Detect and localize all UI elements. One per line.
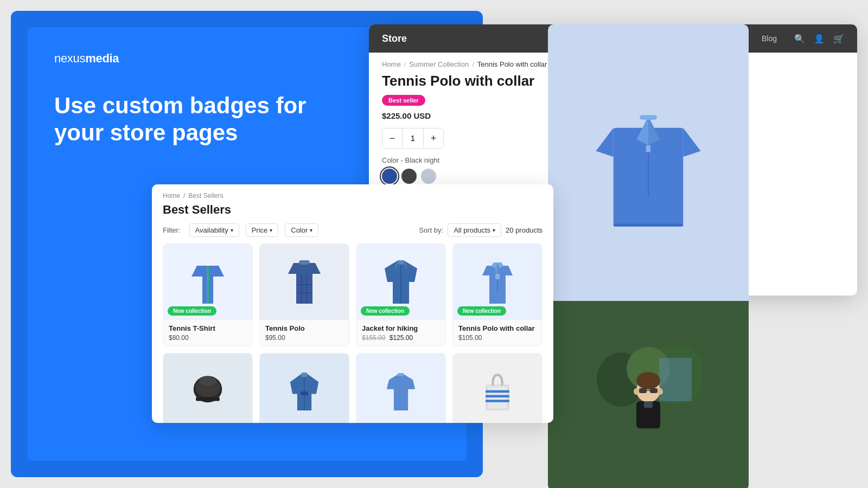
svg-rect-26 bbox=[299, 260, 310, 265]
product-card-7[interactable] bbox=[356, 353, 446, 423]
best-seller-badge: Best seller bbox=[382, 95, 425, 106]
sale-price-3: $125.00 bbox=[390, 334, 413, 342]
card-info-1: Tennis T-Shirt $80.00 bbox=[163, 320, 252, 346]
card-img-7 bbox=[356, 354, 445, 423]
sortby-select[interactable]: All products bbox=[448, 223, 501, 237]
svg-rect-49 bbox=[301, 391, 308, 395]
breadcrumb-sep1: / bbox=[404, 60, 406, 68]
helmet-svg bbox=[189, 373, 227, 410]
svg-rect-44 bbox=[196, 397, 220, 401]
bs-title: Best Sellers bbox=[152, 203, 553, 223]
card-price-3: $155.00 $125.00 bbox=[362, 334, 440, 342]
card-price-4: $105.00 bbox=[458, 334, 537, 342]
product-card-5[interactable] bbox=[163, 353, 253, 423]
bs-breadcrumb-current: Best Sellers bbox=[188, 192, 223, 200]
badge-new-collection-1: New collection bbox=[168, 306, 216, 316]
bs-breadcrumb: Home / Best Sellers bbox=[152, 184, 553, 203]
card-img-6 bbox=[260, 354, 349, 423]
main-headline: Use custom badges for your store pages bbox=[54, 92, 326, 147]
cart-icon[interactable]: 🛒 bbox=[833, 34, 844, 44]
products-grid-row2 bbox=[152, 353, 553, 423]
man-svg bbox=[594, 347, 703, 445]
card-img-3: New collection bbox=[356, 244, 445, 320]
card-name-1: Tennis T-Shirt bbox=[169, 324, 247, 332]
card-img-1: New collection bbox=[163, 244, 252, 320]
svg-rect-13 bbox=[659, 358, 692, 401]
svg-marker-3 bbox=[596, 128, 614, 157]
best-sellers-panel: Home / Best Sellers Best Sellers Filter:… bbox=[152, 184, 553, 423]
product-card-3[interactable]: New collection Jacket for hiking $155.00… bbox=[356, 243, 446, 346]
card-info-3: Jacket for hiking $155.00 $125.00 bbox=[356, 320, 445, 346]
polo-grid-svg bbox=[283, 255, 326, 309]
polo-collar-svg bbox=[476, 255, 519, 309]
swatch-light[interactable] bbox=[421, 169, 436, 184]
svg-point-45 bbox=[199, 376, 216, 386]
qty-increase[interactable]: + bbox=[424, 129, 443, 148]
card-img-2 bbox=[260, 244, 349, 320]
product-card-4[interactable]: New collection Tennis Polo with collar $… bbox=[452, 243, 542, 346]
man-image-panel bbox=[548, 301, 749, 488]
card-name-2: Tennis Polo bbox=[265, 324, 343, 332]
nav-icons: 🔍 👤 🛒 bbox=[794, 34, 844, 44]
brand-name-thin: nexus bbox=[54, 52, 85, 65]
store-logo: Store bbox=[382, 33, 407, 44]
card-name-3: Jacket for hiking bbox=[362, 324, 440, 332]
tshirt2-svg bbox=[382, 370, 420, 413]
swatch-navy[interactable] bbox=[382, 169, 397, 184]
card-img-4: New collection bbox=[453, 244, 542, 320]
brand-logo: nexusmedia bbox=[54, 52, 119, 66]
nav-blog[interactable]: Blog bbox=[762, 34, 777, 43]
right-panel bbox=[548, 24, 749, 488]
tshirt-svg bbox=[186, 255, 229, 309]
card-price-2: $95.00 bbox=[265, 334, 343, 342]
breadcrumb-home[interactable]: Home bbox=[382, 60, 401, 68]
shirt-image-panel bbox=[548, 24, 749, 301]
card-img-5 bbox=[163, 354, 252, 423]
svg-point-22 bbox=[636, 372, 660, 389]
sortby-section: Sort by: All products 20 products bbox=[419, 223, 542, 237]
qty-input[interactable] bbox=[402, 129, 424, 148]
svg-marker-25 bbox=[288, 263, 321, 304]
color-filter[interactable]: Color bbox=[285, 223, 318, 237]
breadcrumb-sep2: / bbox=[472, 60, 474, 68]
badge-new-collection-3: New collection bbox=[361, 306, 410, 316]
svg-point-20 bbox=[634, 388, 639, 395]
product-card-2[interactable]: Tennis Polo $95.00 bbox=[259, 243, 349, 346]
badge-new-collection-4: New collection bbox=[457, 306, 506, 316]
swatch-dark[interactable] bbox=[401, 169, 417, 184]
price-filter[interactable]: Price bbox=[246, 223, 279, 237]
svg-marker-50 bbox=[387, 374, 416, 410]
svg-rect-32 bbox=[398, 260, 404, 265]
filter-label: Filter: bbox=[163, 226, 181, 234]
card-info-2: Tennis Polo $95.00 bbox=[260, 320, 349, 346]
qty-decrease[interactable]: − bbox=[382, 129, 402, 148]
hoodie-svg bbox=[285, 367, 323, 416]
original-price-3: $155.00 bbox=[362, 334, 385, 342]
products-count: 20 products bbox=[506, 226, 542, 234]
bag-svg bbox=[478, 370, 516, 413]
card-info-4: Tennis Polo with collar $105.00 bbox=[453, 320, 542, 346]
search-icon[interactable]: 🔍 bbox=[794, 34, 805, 44]
svg-rect-47 bbox=[301, 373, 308, 377]
filter-bar: Filter: Availability Price Color Sort by… bbox=[152, 223, 553, 243]
jacket-svg bbox=[379, 255, 423, 309]
card-name-4: Tennis Polo with collar bbox=[458, 324, 537, 332]
product-card-8[interactable] bbox=[452, 353, 542, 423]
breadcrumb-collection[interactable]: Summer Collection bbox=[409, 60, 469, 68]
bs-breadcrumb-home[interactable]: Home bbox=[163, 192, 180, 200]
products-grid: New collection Tennis T-Shirt $80.00 bbox=[152, 243, 553, 346]
svg-rect-51 bbox=[398, 373, 404, 376]
card-price-1: $80.00 bbox=[169, 334, 247, 342]
brand-name-bold: media bbox=[85, 52, 119, 65]
quantity-control: − + bbox=[382, 128, 444, 149]
product-card-6[interactable] bbox=[259, 353, 349, 423]
svg-rect-8 bbox=[614, 224, 684, 227]
svg-point-21 bbox=[658, 388, 663, 395]
availability-filter[interactable]: Availability bbox=[189, 223, 239, 237]
svg-rect-41 bbox=[495, 274, 500, 279]
product-card-1[interactable]: New collection Tennis T-Shirt $80.00 bbox=[163, 243, 253, 346]
svg-rect-5 bbox=[640, 115, 657, 120]
card-img-8 bbox=[453, 354, 542, 423]
account-icon[interactable]: 👤 bbox=[814, 34, 825, 44]
sortby-label: Sort by: bbox=[419, 226, 443, 234]
